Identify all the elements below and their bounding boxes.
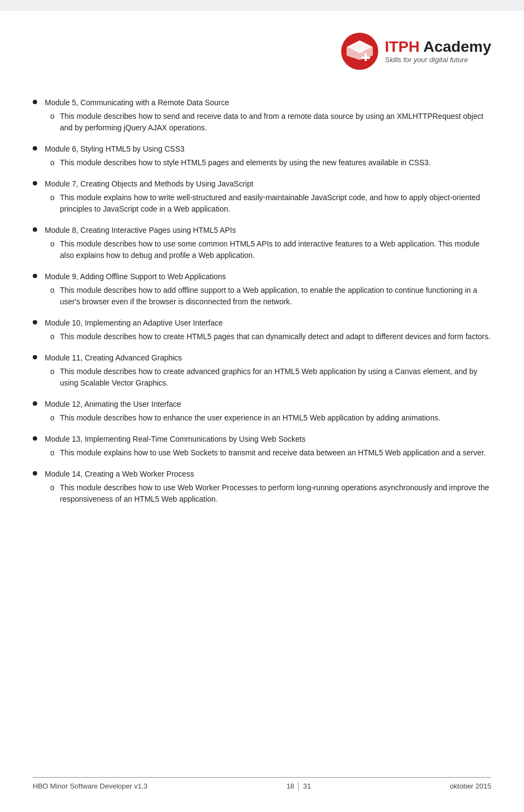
logo-text: ITPH Academy Skills for your digital fut… bbox=[385, 39, 491, 64]
bullet-dot bbox=[33, 355, 37, 359]
sub-list: oThis module describes how to style HTML… bbox=[45, 157, 491, 169]
footer-left: HBO Minor Software Developer v1.3 bbox=[33, 782, 147, 790]
list-item: oThis module describes how to enhance th… bbox=[45, 412, 491, 424]
sub-bullet: o bbox=[50, 192, 55, 203]
module-content: Module 10, Implementing an Adaptive User… bbox=[45, 317, 491, 342]
footer-right: oktober 2015 bbox=[450, 782, 491, 790]
module-content: Module 6, Styling HTML5 by Using CSS3oTh… bbox=[45, 143, 491, 169]
list-item: oThis module describes how to use some c… bbox=[45, 238, 491, 261]
list-item: oThis module explains how to write well-… bbox=[45, 192, 491, 215]
module-content: Module 11, Creating Advanced GraphicsoTh… bbox=[45, 352, 491, 389]
module-content: Module 13, Implementing Real-Time Commun… bbox=[45, 434, 491, 459]
bullet-dot bbox=[33, 146, 37, 151]
bullet-dot bbox=[33, 274, 37, 278]
page-footer: HBO Minor Software Developer v1.3 18 │ 3… bbox=[33, 777, 491, 790]
sub-item-text: This module explains how to write well-s… bbox=[60, 192, 491, 215]
logo-itph: ITPH bbox=[385, 38, 420, 55]
sub-item-text: This module describes how to style HTML5… bbox=[60, 157, 431, 169]
module-title: Module 7, Creating Objects and Methods b… bbox=[45, 178, 491, 190]
sub-list: oThis module describes how to send and r… bbox=[45, 111, 491, 134]
list-item: oThis module describes how to add offlin… bbox=[45, 285, 491, 308]
module-content: Module 5, Communicating with a Remote Da… bbox=[45, 97, 491, 134]
module-title: Module 9, Adding Offline Support to Web … bbox=[45, 271, 491, 282]
module-content: Module 14, Creating a Web Worker Process… bbox=[45, 468, 491, 505]
logo-subtitle: Skills for your digital future bbox=[385, 56, 491, 64]
module-title: Module 8, Creating Interactive Pages usi… bbox=[45, 225, 491, 236]
bullet-dot bbox=[33, 401, 37, 406]
footer-page-total: 31 bbox=[303, 782, 311, 790]
sub-list: oThis module describes how to create HTM… bbox=[45, 331, 491, 342]
sub-bullet: o bbox=[50, 331, 55, 342]
list-item: oThis module describes how to use Web Wo… bbox=[45, 482, 491, 505]
list-item: Module 13, Implementing Real-Time Commun… bbox=[33, 434, 491, 459]
bullet-dot bbox=[33, 471, 37, 476]
sub-list: oThis module explains how to use Web Soc… bbox=[45, 447, 491, 459]
list-item: Module 8, Creating Interactive Pages usi… bbox=[33, 225, 491, 261]
sub-bullet: o bbox=[50, 238, 55, 250]
list-item: Module 5, Communicating with a Remote Da… bbox=[33, 97, 491, 134]
bullet-dot bbox=[33, 436, 37, 441]
module-title: Module 5, Communicating with a Remote Da… bbox=[45, 97, 491, 109]
list-item: Module 9, Adding Offline Support to Web … bbox=[33, 271, 491, 308]
page: ITPH Academy Skills for your digital fut… bbox=[0, 11, 524, 812]
bullet-dot bbox=[33, 320, 37, 324]
sub-item-text: This module describes how to add offline… bbox=[60, 285, 491, 308]
logo-icon bbox=[341, 33, 378, 70]
module-title: Module 10, Implementing an Adaptive User… bbox=[45, 317, 491, 329]
module-content: Module 8, Creating Interactive Pages usi… bbox=[45, 225, 491, 261]
module-title: Module 6, Styling HTML5 by Using CSS3 bbox=[45, 143, 491, 155]
sub-list: oThis module describes how to create adv… bbox=[45, 366, 491, 389]
list-item: oThis module describes how to create HTM… bbox=[45, 331, 491, 342]
module-content: Module 12, Animating the User Interfaceo… bbox=[45, 399, 491, 424]
list-item: oThis module explains how to use Web Soc… bbox=[45, 447, 491, 459]
bullet-dot bbox=[33, 181, 37, 185]
footer-page-divider: │ bbox=[296, 782, 301, 790]
list-item: Module 14, Creating a Web Worker Process… bbox=[33, 468, 491, 505]
logo-academy: Academy bbox=[420, 38, 491, 55]
sub-item-text: This module describes how to create adva… bbox=[60, 366, 491, 389]
list-item: oThis module describes how to send and r… bbox=[45, 111, 491, 134]
module-content: Module 9, Adding Offline Support to Web … bbox=[45, 271, 491, 308]
sub-list: oThis module explains how to write well-… bbox=[45, 192, 491, 215]
list-item: Module 10, Implementing an Adaptive User… bbox=[33, 317, 491, 342]
module-title: Module 14, Creating a Web Worker Process bbox=[45, 468, 491, 480]
sub-list: oThis module describes how to add offlin… bbox=[45, 285, 491, 308]
module-title: Module 11, Creating Advanced Graphics bbox=[45, 352, 491, 364]
module-title: Module 12, Animating the User Interface bbox=[45, 399, 491, 410]
sub-bullet: o bbox=[50, 157, 55, 169]
logo-title: ITPH Academy bbox=[385, 39, 491, 56]
sub-item-text: This module describes how to use Web Wor… bbox=[60, 482, 491, 505]
bullet-dot bbox=[33, 100, 37, 104]
list-item: Module 12, Animating the User Interfaceo… bbox=[33, 399, 491, 424]
list-item: Module 7, Creating Objects and Methods b… bbox=[33, 178, 491, 215]
sub-bullet: o bbox=[50, 482, 55, 494]
page-header: ITPH Academy Skills for your digital fut… bbox=[33, 33, 491, 70]
sub-list: oThis module describes how to use some c… bbox=[45, 238, 491, 261]
sub-item-text: This module explains how to use Web Sock… bbox=[60, 447, 486, 459]
list-item: Module 6, Styling HTML5 by Using CSS3oTh… bbox=[33, 143, 491, 169]
sub-item-text: This module describes how to send and re… bbox=[60, 111, 491, 134]
svg-rect-4 bbox=[361, 57, 370, 59]
list-item: oThis module describes how to create adv… bbox=[45, 366, 491, 389]
list-item: Module 11, Creating Advanced GraphicsoTh… bbox=[33, 352, 491, 389]
footer-page-number: 18 │ 31 bbox=[287, 782, 311, 790]
sub-bullet: o bbox=[50, 285, 55, 296]
sub-item-text: This module describes how to use some co… bbox=[60, 238, 491, 261]
bullet-dot bbox=[33, 227, 37, 232]
sub-list: oThis module describes how to use Web Wo… bbox=[45, 482, 491, 505]
sub-bullet: o bbox=[50, 366, 55, 377]
sub-item-text: This module describes how to create HTML… bbox=[60, 331, 491, 342]
module-title: Module 13, Implementing Real-Time Commun… bbox=[45, 434, 491, 445]
sub-bullet: o bbox=[50, 412, 55, 424]
sub-item-text: This module describes how to enhance the… bbox=[60, 412, 440, 424]
logo: ITPH Academy Skills for your digital fut… bbox=[341, 33, 491, 70]
footer-page-current: 18 bbox=[287, 782, 294, 790]
module-content: Module 7, Creating Objects and Methods b… bbox=[45, 178, 491, 215]
main-content: Module 5, Communicating with a Remote Da… bbox=[33, 97, 491, 755]
list-item: oThis module describes how to style HTML… bbox=[45, 157, 491, 169]
sub-bullet: o bbox=[50, 447, 55, 459]
sub-bullet: o bbox=[50, 111, 55, 122]
sub-list: oThis module describes how to enhance th… bbox=[45, 412, 491, 424]
module-list: Module 5, Communicating with a Remote Da… bbox=[33, 97, 491, 505]
